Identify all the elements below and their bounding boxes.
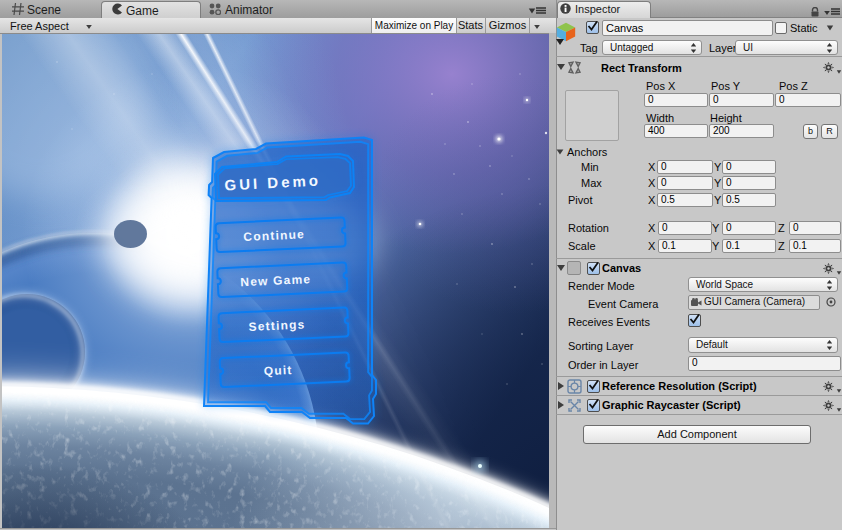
svg-text:Settings: Settings xyxy=(248,317,306,334)
svg-text:Continue: Continue xyxy=(243,227,305,244)
svg-text:Quit: Quit xyxy=(264,363,293,378)
